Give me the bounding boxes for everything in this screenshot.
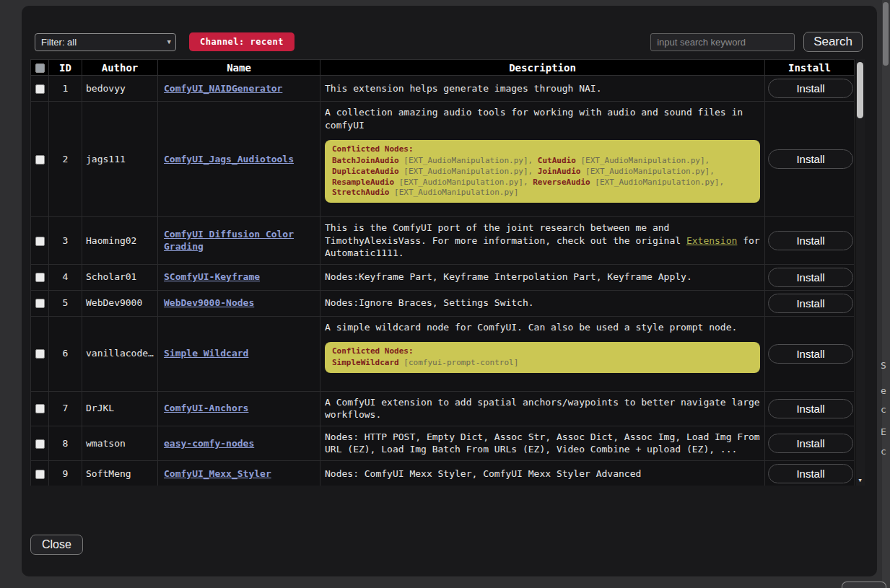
node-name-link[interactable]: WebDev9000-Nodes [164,297,254,308]
filter-dropdown[interactable]: Filter: all [35,33,176,51]
row-id: 3 [49,217,82,265]
description-extension-link[interactable]: Extension [686,235,737,246]
row-checkbox[interactable] [35,404,45,413]
install-button[interactable]: Install [768,344,853,364]
dialog-toolbar: Filter: all ▼ Channel: recent Search [35,32,863,52]
row-author: vanillacode… [82,316,158,391]
node-name-link[interactable]: Simple Wildcard [164,348,248,359]
conflict-source: [EXT_AudioManipulation.py], [403,156,533,165]
row-description: Nodes:Ignore Braces, Settings Switch. [320,290,765,316]
row-checkbox[interactable] [35,470,45,479]
row-author: jags111 [82,102,158,217]
conflict-node: BatchJoinAudio [332,156,399,165]
row-description: A collection amazing audio tools for wor… [325,106,760,131]
channel-button[interactable]: Channel: recent [189,32,295,51]
custom-nodes-table: ID Author Name Description Install 1 bed… [30,59,855,486]
custom-nodes-table-container: ID Author Name Description Install 1 bed… [30,59,865,486]
conflict-source: [EXT_AudioManipulation.py], [399,177,528,187]
conflict-node: DuplicateAudio [332,167,399,176]
row-description-cell: A collection amazing audio tools for wor… [320,102,765,217]
obscured-ui-fragment: c [881,446,886,457]
column-header-author: Author [82,60,158,76]
conflicted-nodes-title: Conflicted Nodes: [332,346,753,357]
column-header-install: Install [765,60,855,76]
scrollbar-down-arrow-icon[interactable]: ▼ [855,478,865,483]
column-header-name: Name [158,60,320,76]
row-description: This is the ComfyUI port of the joint re… [320,217,765,265]
node-name-link[interactable]: ComfyUI_Jags_Audiotools [164,154,294,164]
conflict-source: [EXT_AudioManipulation.py], [403,167,533,176]
row-author: SoftMeng [82,460,158,486]
table-row: 1 bedovyy ComfyUI_NAIDGenerator This ext… [31,76,855,102]
install-button[interactable]: Install [768,464,853,483]
row-checkbox[interactable] [35,155,45,164]
install-button[interactable]: Install [768,231,853,250]
conflict-node: SimpleWildcard [332,358,399,367]
column-header-id: ID [49,60,82,76]
row-description: A ComfyUI extension to add spatial ancho… [320,391,765,426]
row-id: 4 [49,264,82,290]
table-row: 9 SoftMeng ComfyUI_Mexx_Styler Nodes: Co… [31,460,855,486]
conflict-node: ReverseAudio [533,177,590,187]
table-scrollbar-thumb[interactable] [857,62,863,118]
table-row: 7 DrJKL ComfyUI-Anchors A ComfyUI extens… [31,391,855,426]
node-name-link[interactable]: ComfyUI_Mexx_Styler [164,468,271,479]
install-button[interactable]: Install [768,149,853,169]
description-text: This is the ComfyUI port of the joint re… [325,222,686,246]
node-name-link[interactable]: SComfyUI-Keyframe [164,271,260,282]
table-scrollbar[interactable]: ▼ [855,59,865,486]
row-id: 1 [49,76,82,102]
select-all-checkbox[interactable] [35,63,45,73]
install-button[interactable]: Install [768,79,853,98]
filter-dropdown-wrap: Filter: all ▼ [35,33,176,51]
install-button[interactable]: Install [768,399,853,418]
conflict-node: JoinAudio [538,167,581,176]
node-name-link[interactable]: ComfyUI_NAIDGenerator [164,83,282,94]
table-row: 5 WebDev9000 WebDev9000-Nodes Nodes:Igno… [31,290,855,316]
conflicted-nodes-title: Conflicted Nodes: [332,144,753,155]
close-button[interactable]: Close [30,535,83,555]
row-author: wmatson [82,426,158,460]
row-id: 8 [49,426,82,460]
search-input[interactable] [650,33,795,51]
node-name-link[interactable]: easy-comfy-nodes [164,438,254,449]
node-name-link[interactable]: ComfyUI Diffusion Color Grading [164,229,294,253]
row-checkbox[interactable] [35,84,45,94]
row-checkbox[interactable] [35,237,45,246]
search-button[interactable]: Search [803,32,863,52]
table-row: 6 vanillacode… Simple Wildcard A simple … [31,316,855,391]
row-id: 6 [49,316,82,391]
row-checkbox[interactable] [35,273,45,282]
conflicted-nodes-box: Conflicted Nodes: SimpleWildcard [comfyu… [325,342,760,373]
conflict-source: [EXT_AudioManipulation.py], [595,177,724,187]
row-author: bedovyy [82,76,158,102]
table-row: 4 Scholar01 SComfyUI-Keyframe Nodes:Keyf… [31,264,855,290]
obscured-button-fragment [842,582,886,588]
obscured-ui-fragment: S [881,360,886,371]
table-row: 8 wmatson easy-comfy-nodes Nodes: HTTP P… [31,426,855,460]
obscured-ui-fragment: c [881,404,886,415]
row-description: Nodes: ComfyUI Mexx Styler, ComfyUI Mexx… [320,460,765,486]
node-name-link[interactable]: ComfyUI-Anchors [164,403,248,413]
row-author: Scholar01 [82,264,158,290]
column-header-description: Description [320,60,765,76]
row-checkbox[interactable] [35,349,45,359]
conflict-source: [comfyui-prompt-control] [403,358,518,367]
conflict-node: CutAudio [538,156,576,165]
table-row: 3 Haoming02 ComfyUI Diffusion Color Grad… [31,217,855,265]
table-header-row: ID Author Name Description Install [31,60,855,76]
row-id: 7 [49,391,82,426]
row-description: Nodes:Keyframe Part, Keyframe Interpolat… [320,264,765,290]
install-button[interactable]: Install [768,434,853,453]
row-author: WebDev9000 [82,290,158,316]
page-scrollbar[interactable] [882,0,890,588]
row-author: DrJKL [82,391,158,426]
page-scrollbar-thumb[interactable] [883,2,889,66]
install-button[interactable]: Install [768,294,853,313]
install-button[interactable]: Install [768,268,853,287]
conflict-source: [EXT_AudioManipulation.py], [585,167,715,176]
row-checkbox[interactable] [35,439,45,449]
row-checkbox[interactable] [35,299,45,308]
row-author: Haoming02 [82,217,158,265]
row-id: 9 [49,460,82,486]
